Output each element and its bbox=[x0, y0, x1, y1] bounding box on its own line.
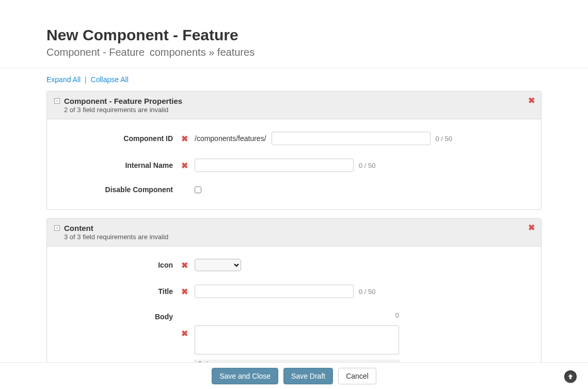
field-component-id: Component ID ✖ /components/features/ 0 /… bbox=[57, 132, 531, 145]
panel-content-header: − Content 3 of 3 field requirements are … bbox=[47, 219, 541, 246]
panel-content: − Content 3 of 3 field requirements are … bbox=[46, 218, 542, 363]
panel-content-title: Content bbox=[64, 224, 93, 232]
toolbar-divider: | bbox=[85, 75, 87, 84]
expand-collapse-toolbar: Expand All | Collapse All bbox=[46, 75, 542, 84]
body-counter: 0 bbox=[195, 312, 399, 319]
footer-bar: Save and Close Save Draft Cancel bbox=[0, 362, 588, 389]
component-id-input[interactable] bbox=[272, 132, 431, 145]
close-icon[interactable]: ✖ bbox=[528, 223, 535, 232]
collapse-icon[interactable]: − bbox=[54, 98, 60, 104]
component-id-counter: 0 / 50 bbox=[436, 135, 453, 143]
title-input[interactable] bbox=[195, 285, 354, 298]
invalid-icon: ✖ bbox=[181, 329, 188, 338]
close-icon[interactable]: ✖ bbox=[528, 96, 535, 105]
page-subtitle: Component - Feature components » feature… bbox=[46, 46, 542, 58]
internal-name-input[interactable] bbox=[195, 159, 354, 172]
title-counter: 0 / 50 bbox=[359, 288, 376, 295]
save-draft-button[interactable]: Save Draft bbox=[283, 368, 333, 384]
field-title: Title ✖ 0 / 50 bbox=[57, 285, 531, 298]
invalid-icon: ✖ bbox=[181, 161, 188, 170]
body-label: Body bbox=[57, 312, 181, 321]
page-header: New Component - Feature Component - Feat… bbox=[0, 0, 588, 68]
panel-properties: − Component - Feature Properties 2 of 3 … bbox=[46, 91, 542, 210]
invalid-icon: ✖ bbox=[181, 261, 188, 270]
panel-properties-header: − Component - Feature Properties 2 of 3 … bbox=[47, 91, 541, 119]
component-id-prefix: /components/features/ bbox=[195, 134, 266, 143]
arrow-up-icon bbox=[567, 373, 574, 380]
disable-component-checkbox[interactable] bbox=[195, 186, 201, 193]
title-label: Title bbox=[57, 287, 181, 295]
panel-properties-title: Component - Feature Properties bbox=[64, 97, 182, 105]
save-and-close-button[interactable]: Save and Close bbox=[212, 368, 278, 384]
icon-label: Icon bbox=[57, 261, 181, 269]
page-title: New Component - Feature bbox=[46, 26, 542, 44]
scroll-top-button[interactable] bbox=[564, 370, 577, 383]
panel-content-subtitle: 3 of 3 field requirements are invalid bbox=[64, 233, 534, 241]
invalid-icon: ✖ bbox=[181, 287, 188, 296]
invalid-icon: ✖ bbox=[181, 134, 188, 143]
body-textarea[interactable] bbox=[195, 325, 399, 354]
expand-all-link[interactable]: Expand All bbox=[46, 75, 81, 84]
panel-properties-subtitle: 2 of 3 field requirements are invalid bbox=[64, 106, 534, 114]
collapse-all-link[interactable]: Collapse All bbox=[91, 75, 129, 84]
field-body: Body 0 ✖ Path: p bbox=[57, 312, 531, 363]
icon-select[interactable] bbox=[195, 259, 241, 271]
collapse-icon[interactable]: − bbox=[54, 225, 60, 231]
internal-name-counter: 0 / 50 bbox=[359, 162, 376, 169]
component-id-label: Component ID bbox=[57, 134, 181, 143]
field-internal-name: Internal Name ✖ 0 / 50 bbox=[57, 159, 531, 172]
field-icon: Icon ✖ bbox=[57, 259, 531, 271]
disable-component-label: Disable Component bbox=[57, 185, 181, 194]
field-disable-component: Disable Component bbox=[57, 185, 531, 194]
cancel-button[interactable]: Cancel bbox=[338, 368, 376, 384]
internal-name-label: Internal Name bbox=[57, 161, 181, 169]
